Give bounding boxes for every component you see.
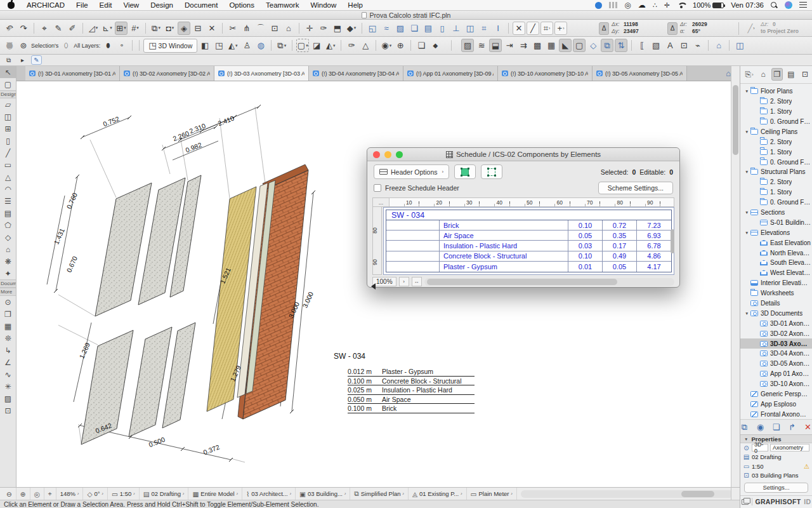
- structure-display-select[interactable]: ▦Entire Model›: [188, 488, 242, 500]
- battery-indicator[interactable]: 100%: [693, 1, 724, 9]
- navigator-tree-item[interactable]: 1. Story: [740, 107, 812, 117]
- move-icon[interactable]: ✛: [303, 22, 316, 35]
- renovation-filter-select[interactable]: ◬01 Existing P...›: [409, 488, 467, 500]
- apple-menu-icon[interactable]: [8, 2, 15, 9]
- value-cell[interactable]: 6.93: [637, 231, 671, 240]
- deselect-icon[interactable]: ✕: [206, 22, 218, 35]
- menu-item[interactable]: File: [70, 1, 94, 9]
- add-camera-icon[interactable]: ⊕: [394, 39, 407, 52]
- select-marquee-button[interactable]: [481, 164, 502, 179]
- navigator-tree-item[interactable]: ▼ Ceiling Plans: [740, 126, 812, 137]
- battery-cells-icon[interactable]: [609, 2, 617, 8]
- scrollbar-thumb[interactable]: [681, 491, 714, 497]
- value-cell[interactable]: 0.05: [603, 262, 637, 272]
- shadow-icon[interactable]: ⬓: [489, 39, 502, 52]
- navigator-tree-item[interactable]: Details: [740, 298, 812, 309]
- extension-icon[interactable]: ∴: [653, 2, 657, 9]
- navigator-tree-item[interactable]: ▼ Structural Plans: [740, 167, 812, 177]
- component-row[interactable]: Brick 0.10 0.72 7.23: [386, 220, 671, 231]
- component-row[interactable]: Plaster - Gypsum 0.01 0.05 4.17: [386, 262, 671, 272]
- camera-tool[interactable]: ⊡: [0, 404, 16, 417]
- freeze-header-checkbox[interactable]: [374, 184, 381, 192]
- canvas-vertical-scrollbar[interactable]: [731, 66, 740, 487]
- component-name-cell[interactable]: Air Space: [440, 231, 568, 240]
- redo-icon[interactable]: ↷: [17, 22, 30, 35]
- navigator-tree-item[interactable]: ▼ Floor Plans: [740, 86, 812, 97]
- menu-item[interactable]: Window: [304, 1, 342, 9]
- door-tool[interactable]: ◫: [0, 110, 16, 123]
- angle-dimension-tool[interactable]: ∠: [0, 356, 16, 368]
- snap-reference-icon[interactable]: ⊾▾: [101, 22, 114, 35]
- schedule-window[interactable]: Schedule / ICS-02 Components by Elements…: [367, 147, 680, 288]
- brush-icon[interactable]: ✑: [345, 39, 358, 52]
- line-mode-icon[interactable]: ╱: [527, 22, 539, 35]
- zoom-out-icon[interactable]: ⊖: [3, 488, 16, 500]
- document-tab[interactable]: (!) 3D-04 Axonometry [3D-04 Axon...: [309, 66, 403, 81]
- document-tab[interactable]: (!) 3D-05 Axonometry [3D-05 Axono...: [593, 66, 687, 81]
- column-tool[interactable]: ▯: [0, 135, 16, 147]
- menu-item[interactable]: Options: [223, 1, 260, 9]
- tracker-dr[interactable]: 26029: [692, 22, 707, 28]
- component-row[interactable]: Insulation - Plastic Hard 0.03 0.17 6.78: [386, 241, 671, 251]
- beam-tool[interactable]: ╱: [0, 147, 16, 159]
- layer-combination-value[interactable]: 02 Drafting: [752, 453, 781, 460]
- light-tool[interactable]: ❊: [0, 332, 16, 344]
- airplay-icon[interactable]: ✛: [664, 2, 670, 9]
- ruler-options-button[interactable]: ...: [373, 198, 390, 206]
- camera-icon[interactable]: ◉▾: [380, 39, 393, 52]
- model-view-value[interactable]: 03 Building Plans: [752, 472, 798, 479]
- expand-panel-icon[interactable]: ▸: [17, 55, 28, 65]
- door-element-icon[interactable]: ◫: [464, 22, 476, 35]
- navigator-tree-item[interactable]: ▼ 3D Documents: [740, 308, 812, 318]
- fillet-icon[interactable]: ⌒: [254, 22, 267, 35]
- bottle-icon[interactable]: △: [359, 39, 372, 52]
- view-id-field[interactable]: 3D-0: [752, 444, 768, 451]
- scale-select[interactable]: ▭1:50›: [108, 488, 140, 500]
- 3d-window-button[interactable]: ◳3D Window: [143, 39, 197, 53]
- project-map-icon[interactable]: ⌂: [757, 68, 769, 81]
- document-section-label[interactable]: Docum: [0, 279, 16, 288]
- cursor-icon[interactable]: ⇗: [3, 22, 16, 35]
- navigator-tree-item[interactable]: 3D-10 Axonometry: [740, 379, 812, 389]
- navigator-tree-item[interactable]: North Elevation: [740, 248, 812, 258]
- component-name-cell[interactable]: Plaster - Gypsum: [440, 262, 568, 272]
- schedule-table-area[interactable]: SW - 034 Brick 0.10 0.72 7.23: [383, 207, 674, 275]
- value-cell[interactable]: 4.17: [637, 262, 671, 272]
- siri-icon[interactable]: [785, 1, 792, 9]
- navigator-tree-item[interactable]: Worksheets: [740, 288, 812, 298]
- zoom-step-button[interactable]: ›: [399, 277, 409, 286]
- cube-view-icon[interactable]: ◫: [733, 39, 746, 52]
- fill-element-icon[interactable]: ▨: [394, 22, 407, 35]
- highlight-select-icon[interactable]: ⊚: [17, 39, 30, 52]
- roof-tool[interactable]: △: [0, 171, 16, 183]
- menu-clock[interactable]: Ven 07:36: [731, 1, 764, 9]
- wall-tool[interactable]: ▱: [0, 98, 16, 110]
- marquee-mode-icon[interactable]: ▢▾: [296, 39, 309, 52]
- layers-drop-icon[interactable]: ⚬: [115, 39, 128, 52]
- guide-lines-icon[interactable]: ◿▾: [87, 22, 100, 35]
- windows-icon[interactable]: [742, 499, 749, 505]
- navigator-tree-item[interactable]: ▼ Sections: [740, 208, 812, 218]
- thickness-cell[interactable]: 0.03: [568, 241, 603, 250]
- mesh-element-icon[interactable]: ≈: [380, 22, 393, 35]
- close-window-button[interactable]: [373, 151, 380, 158]
- lamp-tool[interactable]: ❋: [0, 255, 16, 267]
- layer-combination-select[interactable]: ▤02 Drafting›: [140, 488, 189, 500]
- schedule-date-icon[interactable]: ⊟: [192, 22, 204, 35]
- grid-snap-icon[interactable]: #▾: [129, 22, 141, 35]
- menu-item[interactable]: View: [117, 1, 145, 9]
- navigator-tree-item[interactable]: Generic Perspective: [740, 389, 812, 399]
- tracker-angle[interactable]: 65°: [692, 29, 700, 35]
- publisher-icon[interactable]: ⊡: [799, 68, 811, 81]
- navigator-tree-item[interactable]: App Esploso: [740, 399, 812, 410]
- document-tab[interactable]: (!) App 01 Axonometry [3D-09 Axon...: [403, 66, 498, 81]
- zoom-level-select[interactable]: 148%›: [56, 488, 84, 500]
- paint-bucket-icon[interactable]: ◪: [310, 39, 323, 52]
- orbit-icon[interactable]: ◍: [254, 39, 267, 52]
- value-cell[interactable]: 6.78: [637, 241, 671, 250]
- window-tool[interactable]: ⊞: [0, 123, 16, 135]
- navigator-tree-item[interactable]: 3D-03 Axonometry: [740, 338, 812, 349]
- zoom-in-icon[interactable]: ⊕: [16, 488, 30, 500]
- document-tab[interactable]: (!) 3D-10 Axonometry [3D-10 Axono...: [498, 66, 593, 81]
- elevate-icon[interactable]: ⬒: [331, 22, 344, 35]
